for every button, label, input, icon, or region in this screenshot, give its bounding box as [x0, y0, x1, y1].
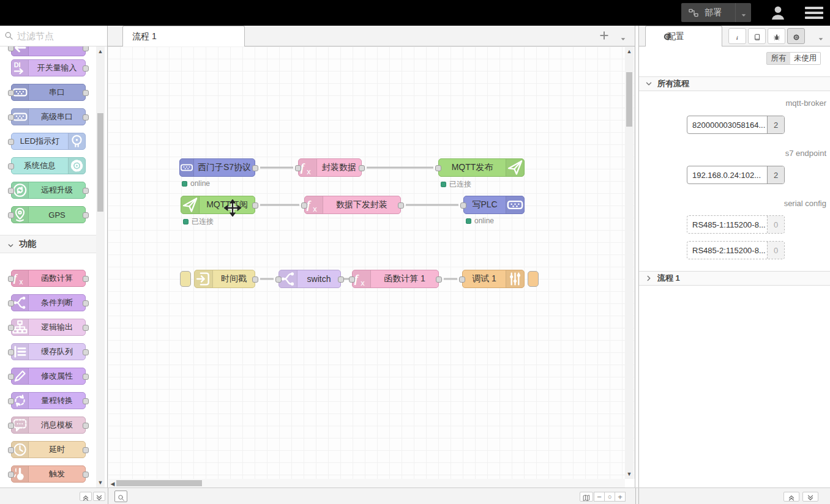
node-input-port[interactable] [349, 276, 355, 283]
node-input-port[interactable] [8, 325, 14, 331]
palette-collapse-up-button[interactable] [80, 492, 92, 501]
node-input-port[interactable] [301, 202, 307, 209]
filter-unused-button[interactable]: 未使用 [790, 52, 821, 65]
config-entry-rs485-1[interactable]: RS485-1:115200-8... 0 [687, 215, 785, 234]
config-button[interactable] [787, 28, 805, 44]
palette-node-trigger[interactable]: 触发 [11, 465, 86, 483]
node-output-port[interactable] [83, 46, 89, 51]
deploy-caret-button[interactable] [735, 3, 751, 22]
palette-node-system-info[interactable]: 系统信息 [11, 157, 86, 174]
node-input-port[interactable] [435, 165, 441, 171]
node-input-port[interactable] [295, 165, 301, 171]
node-input-port[interactable] [8, 212, 14, 218]
node-output-port[interactable] [83, 472, 89, 478]
node-output-port[interactable] [436, 276, 442, 283]
navigator-button[interactable] [580, 492, 593, 502]
palette-node-delay[interactable]: 延时 [11, 441, 86, 458]
node-output-port[interactable] [398, 202, 404, 209]
node-output-port[interactable] [83, 374, 89, 380]
palette-node-message-template[interactable]: 消息模板 [11, 417, 86, 434]
flow-list-button[interactable] [619, 34, 627, 40]
canvas-vscrollbar-thumb[interactable] [626, 72, 632, 127]
scroll-up-arrow[interactable]: ▲ [96, 48, 105, 54]
node-input-port[interactable] [275, 276, 282, 283]
node-output-port[interactable] [83, 212, 89, 218]
zoom-out-button[interactable]: − [594, 492, 605, 502]
zoom-in-button[interactable]: + [615, 492, 626, 502]
palette-node-serial[interactable]: 串口 [11, 84, 86, 101]
palette-category-function[interactable]: 功能 [0, 235, 96, 253]
node-input-port[interactable] [8, 423, 14, 429]
flow-canvas[interactable]: 西门子S7协议onlinefx封装数据MQTT发布已连接MQTT订阅已连接fx数… [108, 46, 635, 479]
user-button[interactable] [769, 4, 787, 21]
node-output-port[interactable] [252, 202, 258, 209]
config-entry-s7-endpoint[interactable]: 192.168.0.24:102... 2 [687, 166, 785, 184]
palette-node-led-indicator[interactable]: LED指示灯 [11, 133, 86, 150]
inject-button[interactable] [180, 271, 191, 287]
flow-node-switch[interactable]: switch [279, 270, 341, 288]
node-input-port[interactable] [8, 300, 14, 306]
node-input-port[interactable] [8, 276, 14, 282]
node-input-port[interactable] [8, 188, 14, 194]
section-flow-1[interactable]: 流程 1 [639, 271, 830, 286]
add-flow-button[interactable] [599, 31, 610, 42]
node-output-port[interactable] [83, 325, 89, 331]
node-output-port[interactable] [359, 165, 365, 171]
debug-button[interactable] [768, 28, 785, 44]
help-button[interactable] [748, 28, 766, 44]
node-output-port[interactable] [83, 65, 89, 72]
palette-node-function[interactable]: fx函数计算 [11, 270, 86, 287]
node-output-port[interactable] [83, 447, 89, 453]
sidebar-collapse-down-button[interactable] [802, 492, 818, 502]
node-input-port[interactable] [459, 276, 465, 283]
node-output-port[interactable] [338, 276, 344, 283]
canvas-hscrollbar-thumb[interactable] [116, 480, 202, 486]
config-entry-mqtt-broker[interactable]: 820000003058164... 2 [687, 116, 785, 134]
palette-node-partial[interactable] [11, 46, 86, 56]
node-output-port[interactable] [252, 165, 258, 171]
menu-button[interactable] [805, 7, 823, 19]
flow-node-inject-timestamp[interactable]: 时间戳 [194, 270, 255, 288]
flow-node-mqtt-subscribe[interactable]: MQTT订阅 [181, 196, 255, 214]
node-output-port[interactable] [83, 300, 89, 306]
filter-all-button[interactable]: 所有 [766, 52, 791, 65]
node-output-port[interactable] [252, 276, 258, 283]
tab-flow-1[interactable]: 流程 1 [122, 26, 245, 46]
flow-node-function-1[interactable]: fx函数计算 1 [352, 270, 439, 288]
palette-collapse-down-button[interactable] [93, 492, 105, 501]
node-input-port[interactable] [460, 202, 466, 209]
node-output-port[interactable] [83, 349, 89, 355]
flow-node-debug-1[interactable]: 调试 1 [462, 270, 525, 288]
flow-node-mqtt-publish[interactable]: MQTT发布 [438, 158, 525, 177]
node-output-port[interactable] [83, 114, 89, 120]
flow-node-wrap-data[interactable]: fx封装数据 [298, 158, 362, 177]
palette-node-condition[interactable]: 条件判断 [11, 294, 86, 311]
palette-node-range-convert[interactable]: 量程转换 [11, 392, 86, 409]
node-output-port[interactable] [83, 276, 89, 282]
flow-node-downlink-wrap[interactable]: fx数据下发封装 [304, 196, 401, 214]
palette-scrollbar-thumb[interactable] [97, 113, 103, 212]
info-button[interactable]: i [728, 28, 746, 44]
node-input-port[interactable] [8, 374, 14, 380]
palette-node-advanced-serial[interactable]: 高级串口 [11, 108, 86, 125]
node-output-port[interactable] [83, 188, 89, 194]
node-input-port[interactable] [8, 163, 14, 169]
palette-node-di-input[interactable]: DI开关量输入 [11, 59, 86, 76]
section-all-flows[interactable]: 所有流程 [639, 76, 830, 91]
palette-node-gps[interactable]: GPS [11, 206, 86, 223]
sidebar-collapse-up-button[interactable] [783, 492, 799, 502]
node-input-port[interactable] [8, 472, 14, 478]
node-output-port[interactable] [83, 423, 89, 429]
flow-node-s7-protocol[interactable]: 西门子S7协议 [179, 158, 255, 177]
palette-node-remote-upgrade[interactable]: 远程升级 [11, 182, 86, 199]
scroll-up-arrow[interactable]: ▲ [625, 48, 634, 54]
scroll-down-arrow[interactable]: ▼ [96, 480, 105, 486]
node-input-port[interactable] [8, 114, 14, 120]
palette-node-cache-queue[interactable]: 缓存队列 [11, 343, 86, 360]
config-entry-rs485-2[interactable]: RS485-2:115200-8... 0 [687, 241, 785, 259]
node-input-port[interactable] [8, 349, 14, 355]
palette-search-input[interactable] [17, 31, 97, 41]
zoom-reset-button[interactable]: ○ [604, 492, 615, 502]
palette-node-logic-output[interactable]: 逻辑输出 [11, 319, 86, 336]
node-output-port[interactable] [83, 398, 89, 404]
